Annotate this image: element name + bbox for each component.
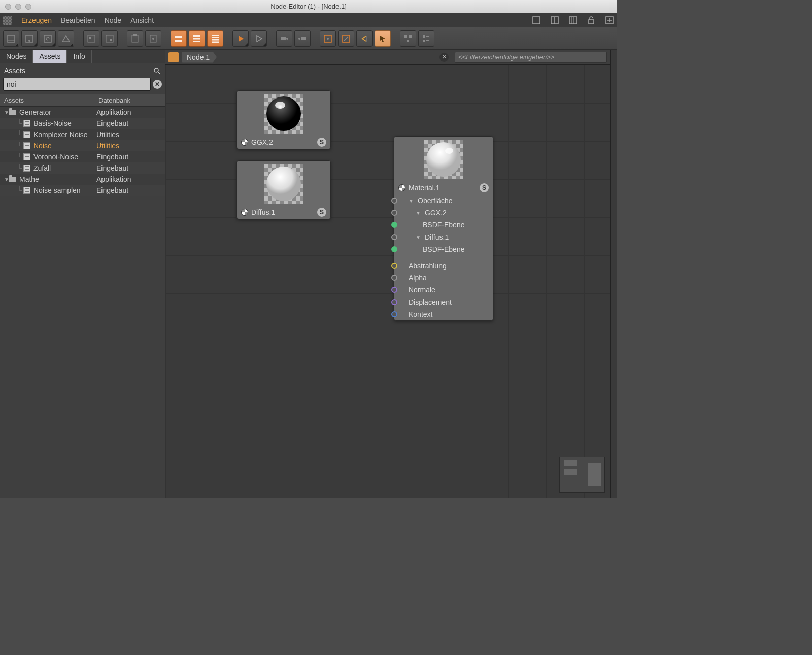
tree-item[interactable]: └Voronoi-NoiseEingebaut xyxy=(0,151,165,162)
tool-clip-b[interactable] xyxy=(145,30,161,47)
solo-badge[interactable]: S xyxy=(480,183,489,192)
port-dot[interactable] xyxy=(391,198,397,204)
tree-item[interactable]: └NoiseUtilities xyxy=(0,140,165,151)
folder-icon xyxy=(9,110,16,115)
tool-layout-c[interactable] xyxy=(40,30,56,47)
tree-label: Noise xyxy=(33,142,52,150)
tool-rows-1[interactable] xyxy=(171,30,187,47)
col-assets[interactable]: Assets xyxy=(0,94,94,106)
tool-group-b[interactable] xyxy=(101,30,118,47)
tool-triangle[interactable] xyxy=(58,30,74,47)
chevron-down-icon[interactable]: ▼ xyxy=(4,177,9,182)
tool-layout-b[interactable] xyxy=(21,30,38,47)
tree-folder[interactable]: ▼MatheApplikation xyxy=(0,174,165,185)
tree-folder[interactable]: ▼GeneratorApplikation xyxy=(0,107,165,118)
port-label: Normale xyxy=(409,286,435,294)
port-dot[interactable] xyxy=(391,234,397,240)
tree-item[interactable]: └Basis-NoiseEingebaut xyxy=(0,118,165,129)
port-oberfl-che[interactable]: ▼Oberfläche xyxy=(394,194,493,207)
tool-frame-a[interactable] xyxy=(320,30,336,47)
node-canvas[interactable]: GGX.2 S Diffus.1 S xyxy=(165,65,610,498)
tool-align-a[interactable] xyxy=(276,30,292,47)
tree-item[interactable]: └ZufallEingebaut xyxy=(0,162,165,174)
breadcrumb[interactable]: Node.1 xyxy=(182,52,217,63)
port-dot[interactable] xyxy=(391,287,397,293)
tool-layout-a[interactable] xyxy=(3,30,19,47)
layout-2col-icon[interactable] xyxy=(550,16,559,25)
close-icon[interactable]: ✕ xyxy=(439,53,449,62)
node-diffus[interactable]: Diffus.1 S xyxy=(236,160,331,219)
tool-group-a[interactable] xyxy=(83,30,99,47)
svg-rect-28 xyxy=(193,41,200,42)
tool-cursor[interactable] xyxy=(375,30,391,47)
port-dot[interactable] xyxy=(391,210,397,216)
assets-search-input[interactable] xyxy=(3,78,151,91)
menu-ansicht[interactable]: Ansicht xyxy=(130,16,154,24)
node-ggx[interactable]: GGX.2 S xyxy=(236,90,331,149)
menu-node[interactable]: Node xyxy=(105,16,121,24)
tool-rows-3[interactable] xyxy=(207,30,223,47)
port-bsdf-ebene[interactable]: BSDF-Ebene xyxy=(394,219,493,231)
svg-rect-19 xyxy=(110,39,112,41)
pin-icon[interactable] xyxy=(168,52,179,62)
chevron-down-icon[interactable]: ▼ xyxy=(409,198,414,204)
filter-input[interactable]: <<Filterzeichenfolge eingeben>> xyxy=(455,52,607,63)
tool-play[interactable] xyxy=(232,30,249,47)
tool-align-b[interactable] xyxy=(294,30,311,47)
tree-db: Eingebaut xyxy=(94,119,165,127)
tab-info[interactable]: Info xyxy=(67,50,91,63)
port-normale[interactable]: Normale xyxy=(394,284,493,296)
col-datenbank[interactable]: Datenbank xyxy=(94,94,165,106)
minimize-icon[interactable] xyxy=(15,4,21,10)
lock-icon[interactable] xyxy=(587,16,596,25)
tree-label: Komplexer Noise xyxy=(33,130,88,139)
port-dot[interactable] xyxy=(391,311,397,317)
svg-rect-32 xyxy=(212,41,219,43)
svg-rect-41 xyxy=(404,35,407,38)
svg-point-36 xyxy=(298,38,300,40)
port-dot[interactable] xyxy=(391,275,397,281)
tool-rows-2[interactable] xyxy=(189,30,205,47)
app-logo-icon xyxy=(3,16,12,25)
port-abstrahlung[interactable]: Abstrahlung xyxy=(394,259,493,272)
port-diffus-1[interactable]: ▼Diffus.1 xyxy=(394,231,493,243)
port-label: Abstrahlung xyxy=(409,261,447,270)
port-displacement[interactable]: Displacement xyxy=(394,296,493,308)
tree-item[interactable]: └Komplexer NoiseUtilities xyxy=(0,129,165,140)
port-dot[interactable] xyxy=(391,263,397,269)
layout-1col-icon[interactable] xyxy=(532,16,541,25)
tab-nodes[interactable]: Nodes xyxy=(0,50,33,63)
tree-item[interactable]: └Noise samplenEingebaut xyxy=(0,185,165,196)
assets-tree[interactable]: ▼GeneratorApplikation└Basis-NoiseEingeba… xyxy=(0,107,165,498)
menu-bearbeiten[interactable]: Bearbeiten xyxy=(61,16,95,24)
close-icon[interactable] xyxy=(5,4,11,10)
port-kontext[interactable]: Kontext xyxy=(394,308,493,320)
port-alpha[interactable]: Alpha xyxy=(394,272,493,284)
port-dot[interactable] xyxy=(391,246,397,252)
minimap[interactable] xyxy=(559,457,605,493)
node-material[interactable]: Material.1 S ▼Oberfläche▼GGX.2BSDF-Ebene… xyxy=(394,136,493,321)
port-ggx-2[interactable]: ▼GGX.2 xyxy=(394,207,493,219)
add-panel-icon[interactable] xyxy=(605,16,614,25)
tool-frame-b[interactable] xyxy=(338,30,354,47)
svg-rect-31 xyxy=(212,39,219,41)
tool-hierarchy-b[interactable] xyxy=(418,30,434,47)
tool-hierarchy-a[interactable] xyxy=(400,30,416,47)
clear-search-icon[interactable]: ✕ xyxy=(153,80,162,89)
solo-badge[interactable]: S xyxy=(317,208,326,217)
port-dot[interactable] xyxy=(391,222,397,228)
port-bsdf-ebene[interactable]: BSDF-Ebene xyxy=(394,243,493,255)
layout-3col-icon[interactable] xyxy=(568,16,578,25)
tool-play-outline[interactable] xyxy=(251,30,267,47)
chevron-down-icon[interactable]: ▼ xyxy=(416,235,421,240)
tool-clip-a[interactable] xyxy=(127,30,143,47)
port-dot[interactable] xyxy=(391,299,397,305)
solo-badge[interactable]: S xyxy=(317,138,326,147)
chevron-down-icon[interactable]: ▼ xyxy=(4,110,9,115)
chevron-down-icon[interactable]: ▼ xyxy=(416,210,421,216)
menu-erzeugen[interactable]: Erzeugen xyxy=(21,16,52,24)
search-icon[interactable] xyxy=(153,67,161,75)
zoom-icon[interactable] xyxy=(25,4,31,10)
tool-undo-arrow[interactable] xyxy=(356,30,373,47)
tab-assets[interactable]: Assets xyxy=(33,50,67,63)
